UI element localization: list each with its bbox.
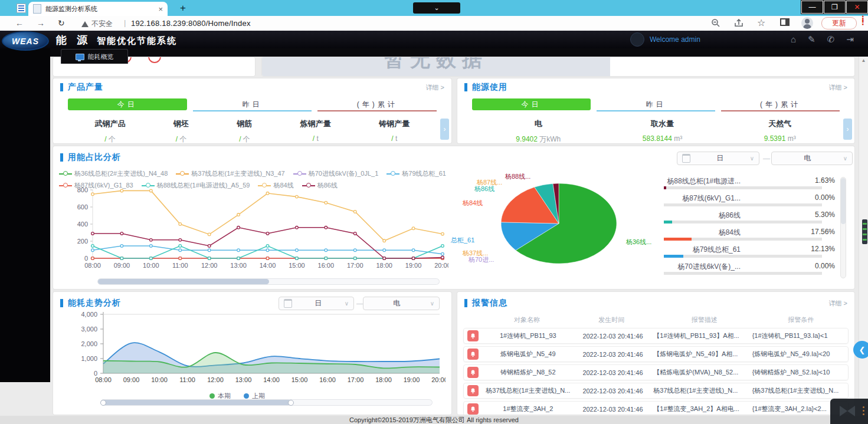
list-scrollbar[interactable] <box>840 177 846 278</box>
restore-button[interactable]: ❐ <box>824 1 846 14</box>
back-button[interactable]: ← <box>15 18 24 28</box>
share-icon[interactable] <box>733 18 744 28</box>
edit-icon[interactable]: ✎ <box>808 34 815 45</box>
proportion-list-item-5[interactable]: 杨70进线6kV(备)_...0.00% <box>664 262 835 279</box>
column-value: 9.9402 万kWh <box>516 134 561 144</box>
welcome-user[interactable]: Welcome admin <box>630 32 700 47</box>
window-doc-icon <box>17 4 26 13</box>
item-label: 杨88线总柜(1#电源进... <box>664 176 741 186</box>
detail-link[interactable]: 详细 > <box>426 83 444 92</box>
energy-columns: 电9.9402 万kWh取水量583.8144 m³天然气9.5391 m³ <box>457 111 854 144</box>
proportion-list-item-1[interactable]: 杨87线(6kV)_G1...0.00% <box>664 193 835 211</box>
alarm-row-3[interactable]: 杨37线总柜(1#主变进线)_N...2022-12-03 20:41:46杨3… <box>463 383 849 399</box>
close-button[interactable]: ✕ <box>846 1 868 14</box>
window-controls: — ❐ ✕ <box>801 0 868 14</box>
item-bar-fill <box>664 186 666 189</box>
detail-link[interactable]: 详细 > <box>829 299 847 308</box>
legend-item-1[interactable]: 杨37线总柜(1#主变进线)_N3_47 <box>176 169 284 178</box>
monitor-icon <box>76 54 84 60</box>
logout-icon[interactable]: ⇥ <box>846 34 854 45</box>
alarm-desc: 杨37线总柜(1#主变进线)_N... <box>653 386 752 395</box>
menu-kebab-icon[interactable]: ⋮⋮ <box>859 17 867 24</box>
svg-text:4,000: 4,000 <box>81 311 97 318</box>
proportion-list-item-4[interactable]: 杨79线总柜_6112.13% <box>664 245 835 262</box>
svg-text:12:00: 12:00 <box>201 262 218 269</box>
product-tab-2[interactable]: (年)累计 <box>317 98 437 111</box>
nav-tabstrip <box>50 48 868 57</box>
new-tab-button[interactable]: + <box>180 2 186 14</box>
panel-title: 用能占比分析 <box>68 152 121 163</box>
alarm-row-1[interactable]: 炼钢电弧炉_N5_492022-12-03 20:41:46【炼钢电弧炉_N5_… <box>463 346 849 362</box>
metric-select[interactable]: 电 ∨ <box>771 152 853 165</box>
security-badge[interactable]: 不安全 <box>81 19 113 29</box>
svg-text:12:00: 12:00 <box>207 376 224 383</box>
phone-icon[interactable]: ✆ <box>827 34 835 45</box>
period-select[interactable]: 日 ∨ <box>677 152 759 165</box>
alarm-desc: 【1#整流变_3AH_2】A相电... <box>653 405 752 413</box>
product-tab-1[interactable]: 昨日 <box>193 98 312 111</box>
svg-text:11:00: 11:00 <box>179 376 195 383</box>
home-icon[interactable]: ⌂ <box>791 34 796 45</box>
collapse-edge-button[interactable]: ❮ <box>853 341 868 359</box>
bookmark-star-icon[interactable]: ☆ <box>757 17 765 28</box>
proportion-list-item-2[interactable]: 杨86线5.30% <box>664 211 835 228</box>
forward-button[interactable]: → <box>37 18 45 28</box>
item-bar-track <box>664 186 822 189</box>
profile-avatar[interactable] <box>801 17 813 29</box>
alarm-desc: 【1#连铸机_PB11_93】A相... <box>653 331 752 340</box>
trend-metric-select[interactable]: 电 ∨ <box>363 297 440 310</box>
datazoom-handle[interactable] <box>100 400 106 406</box>
energy-tab-1[interactable]: 昨日 <box>597 98 715 111</box>
alarm-name: 炼钢电弧炉_N5_49 <box>484 350 572 359</box>
trend-period-select[interactable]: 日 ∨ <box>279 297 354 310</box>
svg-text:16:00: 16:00 <box>318 262 335 269</box>
legend-item-2[interactable]: 杨70进线6kV(备)_0JL_1 <box>293 169 379 178</box>
product-col-4: 铸钢产量/ t <box>379 119 410 144</box>
proportion-list-item-0[interactable]: 杨88线总柜(1#电源进...1.63% <box>664 176 835 193</box>
zoom-out-icon[interactable] <box>710 18 721 28</box>
calendar-icon <box>284 299 292 308</box>
tab-close-icon[interactable]: × <box>158 5 163 13</box>
minimize-button[interactable]: — <box>801 1 823 14</box>
footer-copyright: Copyright©2015-2019万洲电气有限公司 All rights r… <box>0 416 868 424</box>
alarm-row-0[interactable]: 1#连铸机_PB11_932022-12-03 20:41:46【1#连铸机_P… <box>463 328 849 344</box>
item-bar-track <box>664 255 822 258</box>
proportion-list: 杨88线总柜(1#电源进...1.63%杨87线(6kV)_G1...0.00%… <box>664 176 835 279</box>
reload-button[interactable]: ↻ <box>58 18 65 28</box>
tab-energy-overview[interactable]: 能耗概览 <box>61 49 128 64</box>
app-title-sub: 智能优化节能系统 <box>97 35 177 47</box>
url-text[interactable]: 192.168.18.239:8080/Home/Index <box>131 19 251 28</box>
area-chart-datazoom[interactable] <box>100 399 433 406</box>
detail-link[interactable]: 详细 > <box>829 83 847 92</box>
screen: 能源监测分析系统 × + ⌄ — ❐ ✕ ← → ↻ 不安全 | 192.168… <box>0 0 868 424</box>
carousel-next-button[interactable]: › <box>440 119 449 140</box>
titlebar-dropdown-button[interactable]: ⌄ <box>413 2 460 14</box>
alarm-cond: {杨37线总柜(1#主变进线)_N... <box>752 386 848 395</box>
alarm-row-4[interactable]: 1#整流变_3AH_22022-12-03 20:41:46【1#整流变_3AH… <box>463 401 849 415</box>
proportion-list-item-3[interactable]: 杨84线17.56% <box>664 228 835 245</box>
recorder-overlay[interactable] <box>830 399 868 424</box>
svg-text:800: 800 <box>77 186 88 193</box>
legend-label: 杨37线总柜(1#主变进线)_N3_47 <box>191 169 284 178</box>
sidepanel-icon[interactable] <box>780 18 790 26</box>
datazoom-handle[interactable] <box>288 400 294 406</box>
line-chart-datazoom[interactable] <box>97 278 440 285</box>
item-bar-fill <box>664 255 683 258</box>
energy-tab-0[interactable]: 今日 <box>472 98 591 110</box>
chevron-down-icon: ∨ <box>750 155 754 162</box>
legend-item-0[interactable]: 杨36线总柜(2#主变进线)_N4_48 <box>59 169 168 178</box>
svg-text:20:00: 20:00 <box>434 262 448 269</box>
alarm-time: 2022-12-03 20:41:46 <box>572 387 654 395</box>
browser-tab[interactable]: 能源监测分析系统 × <box>28 2 168 16</box>
energy-tab-2[interactable]: (年)累计 <box>721 98 840 111</box>
alarm-bell-icon <box>467 403 479 415</box>
pie-label-0: 杨88线... <box>505 172 530 181</box>
product-tab-0[interactable]: 今日 <box>68 98 187 110</box>
update-button[interactable]: 更新 <box>821 17 857 29</box>
carousel-next-button[interactable]: › <box>843 119 852 140</box>
alarm-time: 2022-12-03 20:41:46 <box>572 333 654 340</box>
item-bar-fill <box>664 221 672 223</box>
alarm-row-2[interactable]: 铸钢精炼炉_N8_522022-12-03 20:41:46【精炼电弧炉(MVA… <box>463 364 849 380</box>
legend-item-3[interactable]: 杨79线总柜_61 <box>386 169 446 178</box>
column-label: 电 <box>516 119 561 129</box>
